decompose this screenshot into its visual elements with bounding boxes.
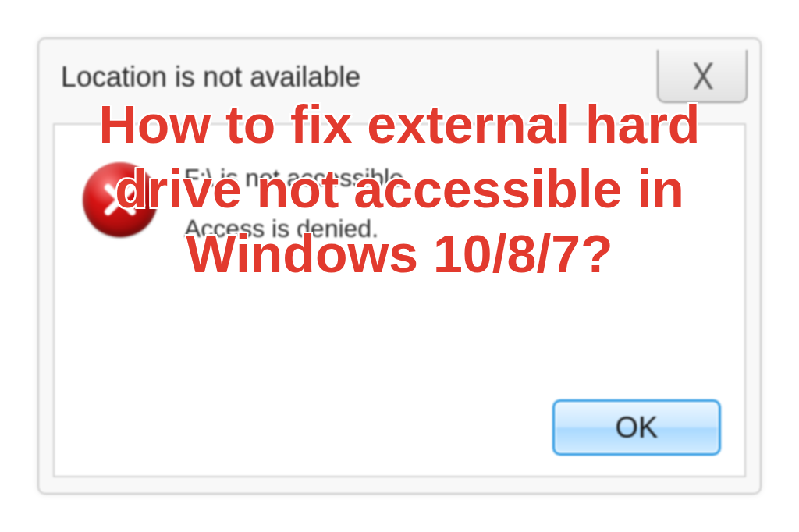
close-button[interactable]: ╳ bbox=[657, 50, 748, 103]
ok-button[interactable]: OK bbox=[552, 399, 721, 456]
dialog-title: Location is not available bbox=[61, 61, 738, 94]
error-dialog: Location is not available ╳ F:\ is not a… bbox=[37, 37, 762, 495]
dialog-content: F:\ is not accessible. Access is denied.… bbox=[53, 123, 746, 477]
message-text-block: F:\ is not accessible. Access is denied. bbox=[184, 156, 410, 243]
message-line-2: Access is denied. bbox=[184, 215, 410, 243]
ok-button-label: OK bbox=[616, 411, 659, 445]
dialog-titlebar: Location is not available ╳ bbox=[39, 39, 760, 114]
message-row: F:\ is not accessible. Access is denied. bbox=[83, 156, 716, 243]
error-icon bbox=[83, 162, 158, 237]
message-line-1: F:\ is not accessible. bbox=[184, 164, 410, 193]
close-icon: ╳ bbox=[695, 63, 709, 89]
